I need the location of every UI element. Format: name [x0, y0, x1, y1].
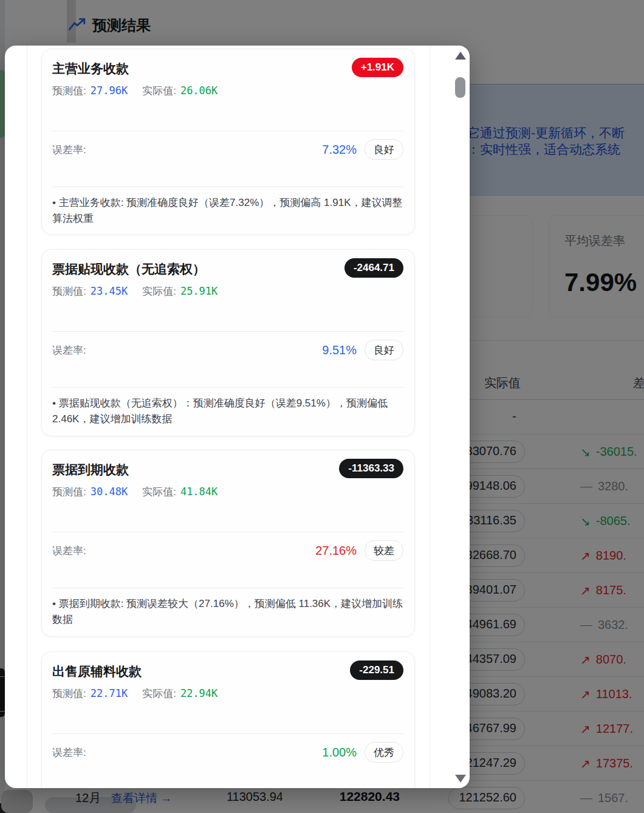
card-header: 主营业务收款 +1.91K: [52, 49, 403, 77]
forecast-value: 27.96K: [91, 84, 128, 97]
actual-label: 实际值:: [142, 284, 176, 298]
scrollbar-thumb[interactable]: [455, 77, 465, 98]
card-divider: [52, 588, 403, 588]
error-rate-label: 误差率:: [52, 746, 86, 760]
actual-label: 实际值:: [142, 84, 176, 98]
error-rate-label: 误差率:: [52, 544, 86, 558]
deviation-badge: -11363.33: [339, 459, 403, 478]
card-header: 票据贴现收款（无追索权） -2464.71: [52, 250, 403, 278]
modal-inner-divider: [27, 46, 27, 788]
card-note: • 主营业务收款: 预测准确度良好（误差7.32%），预测偏高 1.91K，建议…: [52, 195, 405, 227]
card-title: 出售原辅料收款: [52, 660, 142, 680]
card-values-row: 预测值: 30.48K 实际值: 41.84K: [52, 485, 403, 499]
actual-value: 26.06K: [180, 84, 218, 97]
deviation-badge: -229.51: [350, 660, 403, 680]
error-rate-row: 误差率: 1.00% 优秀: [52, 741, 403, 763]
scroll-up-icon[interactable]: [455, 52, 466, 60]
forecast-label: 预测值:: [52, 485, 86, 499]
forecast-value: 30.48K: [91, 485, 128, 498]
modal-inner-divider: [430, 46, 430, 788]
card-note: • 票据到期收款: 预测误差较大（27.16%），预测偏低 11.36K，建议增…: [52, 596, 405, 628]
deviation-badge: +1.91K: [352, 58, 403, 77]
actual-label: 实际值:: [142, 485, 176, 499]
card-divider: [52, 131, 403, 131]
forecast-label: 预测值:: [52, 687, 86, 701]
actual-label: 实际值:: [142, 687, 176, 701]
forecast-label: 预测值:: [52, 84, 86, 98]
scroll-down-icon[interactable]: [455, 775, 466, 783]
actual-value: 22.94K: [180, 687, 218, 699]
forecast-value: 22.71K: [91, 687, 128, 699]
error-rate-value: 27.16%: [315, 544, 357, 558]
error-rate-label: 误差率:: [52, 143, 86, 157]
error-rate-value: 7.32%: [322, 143, 357, 157]
forecast-label: 预测值:: [52, 284, 86, 298]
card-divider: [52, 387, 403, 388]
actual-value: 41.84K: [180, 485, 218, 498]
card-divider: [52, 532, 403, 532]
card-header: 票据到期收款 -11363.33: [52, 450, 403, 478]
card-values-row: 预测值: 27.96K 实际值: 26.06K: [52, 84, 403, 98]
grade-badge: 良好: [365, 139, 403, 160]
error-rate-value: 1.00%: [322, 746, 357, 760]
forecast-card: 出售原辅料收款 -229.51 预测值: 22.71K 实际值: 22.94K …: [41, 651, 415, 788]
grade-badge: 良好: [365, 340, 403, 360]
error-rate-label: 误差率:: [52, 343, 86, 357]
card-title: 票据贴现收款（无追索权）: [52, 258, 205, 278]
error-rate-row: 误差率: 27.16% 较差: [52, 540, 403, 561]
app-root: 预测结果 计。它通过预测-更新循环，不断 优点：实时性强，适合动态系统 平均误差…: [0, 0, 644, 813]
card-title: 主营业务收款: [52, 58, 129, 77]
forecast-card: 票据到期收款 -11363.33 预测值: 30.48K 实际值: 41.84K…: [41, 450, 415, 637]
card-values-row: 预测值: 23.45K 实际值: 25.91K: [52, 284, 403, 298]
actual-value: 25.91K: [180, 285, 218, 297]
grade-badge: 较差: [365, 540, 403, 561]
error-rate-value: 9.51%: [322, 343, 357, 357]
card-header: 出售原辅料收款 -229.51: [52, 652, 403, 680]
card-title: 票据到期收款: [52, 459, 129, 478]
forecast-results-modal: 主营业务收款 +1.91K 预测值: 27.96K 实际值: 26.06K 误差…: [5, 46, 470, 788]
deviation-badge: -2464.71: [344, 258, 403, 278]
forecast-value: 23.45K: [91, 285, 128, 297]
card-values-row: 预测值: 22.71K 实际值: 22.94K: [52, 687, 403, 701]
grade-badge: 优秀: [365, 742, 403, 763]
forecast-card: 主营业务收款 +1.91K 预测值: 27.96K 实际值: 26.06K 误差…: [41, 49, 415, 235]
card-note: • 票据贴现收款（无追索权）：预测准确度良好（误差9.51%），预测偏低 2.4…: [52, 396, 405, 427]
modal-scrollbar[interactable]: [454, 46, 467, 788]
forecast-card: 票据贴现收款（无追索权） -2464.71 预测值: 23.45K 实际值: 2…: [41, 249, 415, 436]
card-divider: [52, 331, 403, 332]
card-divider: [52, 733, 403, 734]
error-rate-row: 误差率: 9.51% 良好: [52, 339, 403, 361]
card-divider: [52, 187, 403, 187]
error-rate-row: 误差率: 7.32% 良好: [52, 139, 403, 160]
